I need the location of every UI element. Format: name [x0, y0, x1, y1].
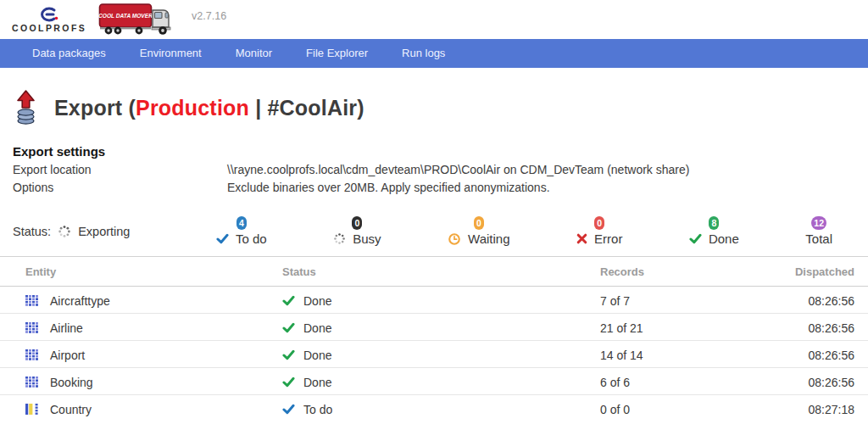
entity-table-icon	[25, 377, 38, 388]
main-nav: Data packages Environment Monitor File E…	[0, 39, 868, 68]
row-dispatched: 08:26:56	[776, 314, 868, 341]
counter-busy-badge: 0	[352, 216, 362, 230]
row-status: Done	[303, 376, 331, 389]
counter-waiting: 0 Waiting	[448, 215, 509, 246]
row-records: 7 of 7	[585, 287, 776, 314]
counter-label: Waiting	[468, 232, 509, 246]
status-label: Status:	[13, 225, 51, 238]
column-header-entity: Entity	[0, 257, 267, 287]
column-header-records: Records	[585, 257, 776, 287]
counter-total-badge: 12	[811, 216, 826, 230]
export-icon	[13, 90, 39, 126]
table-row: Booking Done 6 of 6 08:26:56	[0, 368, 868, 395]
table-row: Airport Done 14 of 14 08:26:56	[0, 341, 868, 368]
table-row: Aircrafttype Done 7 of 7 08:26:56	[0, 287, 868, 314]
nav-item-file-explorer[interactable]: File Explorer	[289, 39, 385, 68]
environment-name: Production	[136, 96, 249, 120]
entity-name: Airport	[50, 349, 85, 362]
done-check-icon	[689, 233, 702, 244]
column-header-dispatched: Dispatched	[776, 257, 868, 287]
counter-busy: 0 Busy	[333, 215, 381, 246]
status-indicator: Status: Exporting	[13, 225, 216, 238]
nav-item-monitor[interactable]: Monitor	[219, 39, 289, 68]
done-check-icon	[282, 295, 295, 306]
row-status: Done	[303, 349, 331, 362]
app-header: COOLPROFS COOL DATA MOVER v2.7.16	[0, 0, 868, 39]
row-dispatched: 08:26:56	[776, 368, 868, 395]
counter-error-badge: 0	[594, 216, 604, 230]
row-dispatched: 08:26:56	[776, 341, 868, 368]
version-label: v2.7.16	[192, 10, 226, 22]
page-title: Export (Production | #CoolAir)	[54, 96, 364, 120]
coolprofs-logo-icon	[36, 7, 62, 22]
status-counters: 4 To do 0 Busy 0 Waiting	[216, 215, 868, 246]
done-check-icon	[282, 349, 295, 360]
nav-item-data-packages[interactable]: Data packages	[15, 39, 123, 68]
status-state: Exporting	[78, 225, 130, 238]
setting-row-options: Options Exclude binaries over 20MB. Appl…	[13, 181, 868, 194]
table-header-row: Entity Status Records Dispatched	[0, 257, 868, 287]
entity-name: Airline	[50, 321, 83, 335]
counter-label: Error	[594, 232, 622, 246]
todo-check-icon	[282, 404, 295, 415]
row-records: 6 of 6	[585, 368, 776, 395]
setting-label: Export location	[13, 163, 227, 176]
counter-label: To do	[236, 232, 267, 246]
counter-total: 12 Total	[805, 215, 832, 246]
setting-row-export-location: Export location \\rayne.coolprofs.local\…	[13, 163, 868, 176]
nav-item-environment[interactable]: Environment	[123, 39, 219, 68]
row-status: To do	[303, 403, 332, 416]
counter-error: 0 Error	[576, 215, 622, 246]
truck-banner-text: COOL DATA MOVER	[98, 13, 153, 19]
cool-data-mover-truck: COOL DATA MOVER	[98, 0, 180, 39]
export-settings-heading: Export settings	[13, 144, 868, 159]
row-dispatched: 08:26:56	[776, 287, 868, 314]
entity-partial-table-icon	[25, 404, 38, 415]
main-content: Export (Production | #CoolAir) Export se…	[0, 86, 868, 422]
counter-done: 8 Done	[689, 215, 739, 246]
counter-label: Busy	[353, 232, 381, 246]
row-records: 14 of 14	[585, 341, 776, 368]
page-title-row: Export (Production | #CoolAir)	[13, 86, 868, 129]
entity-table-icon	[25, 295, 38, 306]
counter-done-badge: 8	[709, 216, 719, 230]
error-cross-icon	[576, 233, 587, 244]
setting-value: \\rayne.coolprofs.local\cdm_devteam\PROD…	[227, 163, 689, 176]
coolprofs-logo[interactable]: COOLPROFS	[12, 7, 86, 33]
entity-name: Country	[50, 403, 92, 416]
counter-label: Total	[805, 232, 832, 246]
table-row: Airline Done 21 of 21 08:26:56	[0, 314, 868, 341]
column-header-status: Status	[267, 257, 585, 287]
row-dispatched: 08:27:18	[776, 395, 868, 422]
row-status: Done	[303, 294, 331, 308]
entity-name: Booking	[50, 376, 93, 389]
done-check-icon	[282, 377, 295, 388]
entity-table-icon	[25, 322, 38, 333]
counter-todo-badge: 4	[236, 216, 247, 230]
entity-table-icon	[25, 349, 38, 360]
counter-waiting-badge: 0	[474, 216, 484, 230]
truck-icon: COOL DATA MOVER	[98, 0, 180, 36]
counter-label: Done	[709, 232, 739, 246]
row-records: 0 of 0	[585, 395, 776, 422]
setting-value: Exclude binaries over 20MB. Apply specif…	[227, 181, 550, 194]
waiting-clock-icon	[448, 232, 461, 246]
row-status: Done	[303, 321, 331, 335]
status-row: Status: Exporting 4 To do 0 Busy 0	[13, 215, 868, 246]
row-records: 21 of 21	[585, 314, 776, 341]
nav-item-run-logs[interactable]: Run logs	[385, 39, 462, 68]
spinner-icon	[58, 225, 71, 238]
export-settings-section: Export settings Export location \\rayne.…	[13, 144, 868, 194]
busy-spinner-icon	[333, 232, 346, 245]
done-check-icon	[282, 322, 295, 333]
brand-name: COOLPROFS	[12, 23, 86, 33]
todo-check-icon	[216, 233, 229, 244]
counter-todo: 4 To do	[216, 215, 267, 246]
entities-table: Entity Status Records Dispatched Aircraf…	[0, 256, 868, 422]
entity-name: Aircrafttype	[50, 294, 110, 308]
table-row: Country To do 0 of 0 08:27:18	[0, 395, 868, 422]
setting-label: Options	[13, 181, 227, 194]
